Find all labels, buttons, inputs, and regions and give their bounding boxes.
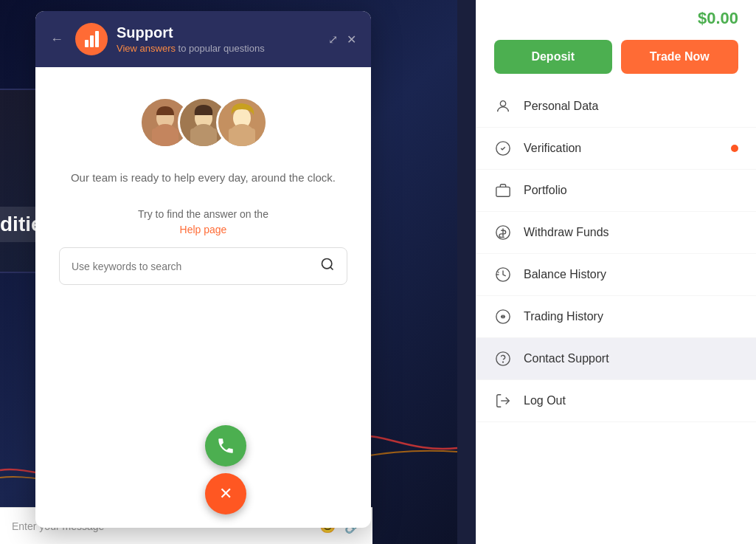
action-buttons: Deposit Trade Now: [476, 34, 756, 86]
call-float-button[interactable]: [205, 425, 246, 466]
support-message: Our team is ready to help every day, aro…: [71, 169, 336, 187]
withdraw-funds-icon: [494, 224, 512, 241]
bar-2: [90, 35, 94, 47]
sidebar-item-verification[interactable]: Verification: [476, 128, 756, 170]
contact-support-label: Contact Support: [524, 352, 738, 365]
bar-1: [85, 40, 89, 47]
svg-rect-3: [152, 128, 178, 146]
close-x-icon: ✕: [219, 484, 232, 503]
support-subtitle: View answers to popular questions: [117, 43, 319, 54]
svg-point-14: [500, 101, 505, 106]
sidebar-item-portfolio[interactable]: Portfolio: [476, 170, 756, 212]
personal-data-icon: [494, 97, 512, 115]
header-actions: ⤢ ✕: [328, 32, 356, 47]
trading-history-icon: [494, 308, 512, 326]
sidebar-item-trading-history[interactable]: Trading History: [476, 296, 756, 338]
support-header: ← Support View answers to popular questi…: [35, 11, 371, 67]
search-button[interactable]: [320, 257, 335, 275]
svg-point-12: [322, 259, 332, 269]
support-chat-panel: ← Support View answers to popular questi…: [35, 11, 371, 528]
view-answers-link[interactable]: View answers: [117, 43, 176, 54]
trading-history-label: Trading History: [524, 310, 738, 323]
log-out-icon: [494, 392, 512, 410]
agent-avatars: [139, 97, 268, 148]
help-page-link[interactable]: Help page: [180, 224, 227, 235]
svg-rect-11: [229, 128, 255, 146]
verification-label: Verification: [524, 142, 738, 155]
close-float-button[interactable]: ✕: [205, 473, 246, 514]
close-icon[interactable]: ✕: [347, 32, 356, 47]
expand-icon[interactable]: ⤢: [328, 32, 338, 47]
sidebar-item-personal-data[interactable]: Personal Data: [476, 86, 756, 128]
verification-notification-dot: [731, 145, 738, 152]
personal-data-label: Personal Data: [524, 100, 738, 113]
support-title-area: Support View answers to popular question…: [117, 24, 319, 54]
svg-rect-16: [496, 187, 510, 196]
sidebar-item-contact-support[interactable]: Contact Support: [476, 338, 756, 380]
balance-history-icon: [494, 266, 512, 283]
help-text-container: Try to find the answer on the: [138, 207, 268, 221]
phone-icon: [216, 436, 235, 455]
support-title: Support: [117, 24, 319, 41]
trade-now-button[interactable]: Trade Now: [621, 40, 739, 74]
search-container: [59, 247, 347, 285]
subtitle-suffix: to popular questions: [178, 43, 265, 54]
portfolio-icon: [494, 182, 512, 199]
contact-support-icon: [494, 350, 512, 368]
logo-bars: [85, 31, 99, 47]
right-sidebar: $0.00 Deposit Trade Now Personal Data: [476, 0, 756, 544]
search-input[interactable]: [72, 261, 314, 272]
back-button[interactable]: ←: [50, 32, 63, 47]
avatar-svg-3: [218, 99, 266, 146]
svg-rect-7: [190, 128, 217, 146]
balance-display: $0.00: [476, 0, 756, 34]
agent-avatar-3: [216, 97, 268, 148]
svg-point-20: [496, 352, 510, 365]
search-icon: [320, 257, 335, 272]
bar-3: [95, 31, 99, 47]
sidebar-menu: Personal Data Verification Portfolio: [476, 86, 756, 422]
avatar-face-3: [218, 99, 266, 146]
verification-icon: [494, 140, 512, 157]
withdraw-funds-label: Withdraw Funds: [524, 226, 738, 239]
support-body: Our team is ready to help every day, aro…: [35, 67, 371, 300]
log-out-label: Log Out: [524, 394, 738, 407]
balance-history-label: Balance History: [524, 268, 738, 281]
help-prefix: Try to find the answer on the: [138, 208, 268, 220]
sidebar-item-withdraw-funds[interactable]: Withdraw Funds: [476, 212, 756, 254]
svg-line-13: [330, 267, 333, 270]
support-logo: [75, 23, 108, 55]
portfolio-label: Portfolio: [524, 184, 738, 197]
deposit-button[interactable]: Deposit: [494, 40, 612, 74]
sidebar-item-balance-history[interactable]: Balance History: [476, 254, 756, 296]
sidebar-item-log-out[interactable]: Log Out: [476, 380, 756, 422]
